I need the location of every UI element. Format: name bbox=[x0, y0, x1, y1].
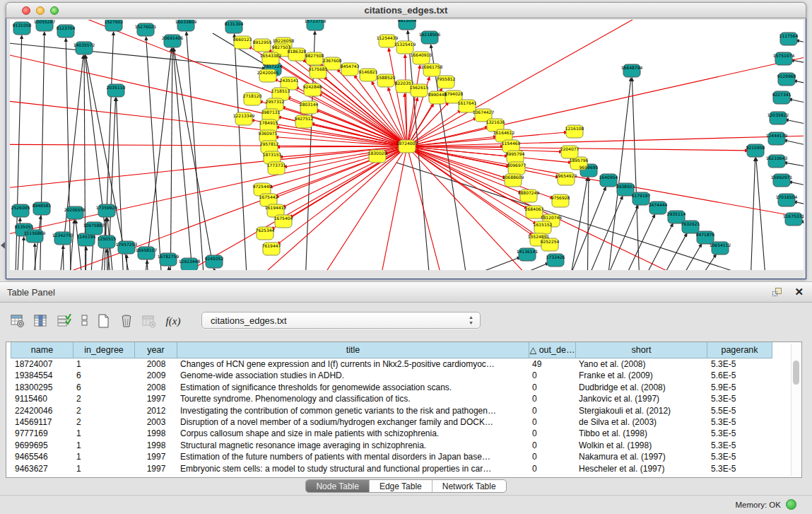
graph-node-label: 1718513 bbox=[271, 88, 290, 93]
import-table-icon-disabled bbox=[140, 310, 158, 332]
graph-node-label: 19218506 bbox=[419, 32, 441, 37]
column-header-3[interactable]: title bbox=[177, 342, 529, 358]
cell: 6 bbox=[73, 370, 135, 381]
combo-arrows-icon: ▲▼ bbox=[469, 315, 473, 326]
graph-node-label: 8186328 bbox=[288, 49, 307, 54]
table-row[interactable]: 977716911998Corpus callosum shape and si… bbox=[6, 428, 791, 439]
cell: Changes of HCN gene expression and I(f) … bbox=[177, 358, 529, 370]
collapse-panel-arrow-icon[interactable] bbox=[1, 242, 5, 249]
select-rows-icon[interactable] bbox=[55, 310, 73, 332]
graph-node-label: 16958107 bbox=[136, 247, 158, 252]
graph-node-label: 1145194 bbox=[77, 234, 96, 239]
graph-node-label: 16543382 bbox=[260, 53, 282, 58]
graph-node-label: 1588520 bbox=[377, 75, 396, 80]
tab-network-table[interactable]: Network Table bbox=[433, 480, 506, 492]
graph-node-label: 1675404 bbox=[274, 216, 293, 221]
cell: 6 bbox=[73, 382, 135, 393]
graph-node-label: 1617641 bbox=[458, 100, 477, 105]
show-columns-icon[interactable] bbox=[32, 310, 50, 332]
edge-arrowhead bbox=[61, 245, 65, 249]
graph-node-label: 1117564 bbox=[779, 33, 799, 38]
cell: 1997 bbox=[135, 393, 177, 404]
graph-node-label: 8471876 bbox=[696, 232, 715, 237]
graph-edge bbox=[786, 119, 804, 133]
tab-node-table[interactable]: Node Table bbox=[306, 480, 370, 492]
graph-node-label: 3474444 bbox=[649, 202, 668, 207]
cell: Jankovic et al. (1997) bbox=[576, 393, 707, 404]
graph-node-label: 9245052 bbox=[205, 256, 224, 261]
graph-node-label: 9699695 bbox=[579, 165, 599, 170]
table-row[interactable]: 946362711997Embryonic stem cells: a mode… bbox=[6, 463, 791, 474]
graph-node-label: 9252254 bbox=[541, 239, 560, 244]
graph-edge bbox=[794, 81, 804, 92]
table-row[interactable]: 969969511998Structural magnetic resonanc… bbox=[6, 440, 791, 451]
graph-edge bbox=[666, 244, 701, 270]
close-panel-icon[interactable]: ✕ bbox=[794, 286, 804, 298]
scrollbar-thumb[interactable] bbox=[793, 361, 799, 385]
table-mode-icon[interactable] bbox=[8, 310, 27, 332]
cell: 2009 bbox=[135, 370, 177, 381]
column-header-0[interactable]: name bbox=[11, 342, 73, 358]
delete-trash-icon[interactable] bbox=[117, 310, 136, 332]
cell: Structural magnetic resonance image aver… bbox=[177, 440, 529, 451]
graph-node-label: 7632621 bbox=[681, 221, 700, 226]
cell: 5.3E-5 bbox=[707, 358, 772, 370]
column-header-1[interactable]: in_degree bbox=[73, 342, 135, 358]
cell: 0 bbox=[529, 440, 576, 451]
table-source-select[interactable]: citations_edges.txt ▲▼ bbox=[201, 312, 481, 329]
float-panel-icon[interactable] bbox=[772, 287, 784, 298]
status-bar: Memory: OK bbox=[0, 495, 812, 514]
tab-edge-table[interactable]: Edge Table bbox=[370, 480, 433, 492]
graph-node-label: 16164612 bbox=[493, 130, 515, 135]
table-row[interactable]: 2242004622012Investigating the contribut… bbox=[6, 405, 791, 416]
graph-node-label: 1216108 bbox=[565, 126, 584, 131]
graph-node-label: 10975887 bbox=[83, 223, 105, 228]
column-header-6[interactable]: pagerank bbox=[707, 342, 772, 358]
table-row[interactable]: 946554611997Estimation of the future num… bbox=[6, 451, 791, 462]
row-height-icon[interactable] bbox=[76, 310, 95, 332]
cell: 1 bbox=[73, 358, 135, 370]
graph-node-label: 18226058 bbox=[273, 38, 295, 43]
network-view-window: citations_edges.txt 18724007913105810055… bbox=[6, 2, 806, 279]
graph-node-label: 19654923 bbox=[555, 173, 577, 178]
network-canvas[interactable]: 1872400791310581005528781237041403557215… bbox=[10, 20, 804, 270]
column-header-2[interactable]: year bbox=[135, 342, 177, 358]
memory-status-indicator[interactable] bbox=[786, 499, 796, 510]
column-header-5[interactable]: short bbox=[576, 342, 707, 358]
graph-node-label: 2803144 bbox=[300, 102, 319, 107]
graph-node-label: 7857224 bbox=[264, 64, 283, 69]
cell: 0 bbox=[529, 382, 576, 393]
function-builder-icon[interactable]: f(x) bbox=[164, 310, 182, 332]
graph-node-label: 20206556 bbox=[64, 207, 86, 212]
graph-edge bbox=[407, 146, 804, 270]
table-vertical-scrollbar[interactable] bbox=[791, 344, 800, 476]
graph-node-label: 18120746 bbox=[541, 215, 563, 220]
graph-node-label: 12035822 bbox=[767, 112, 789, 117]
graph-node-label: 16210643 bbox=[766, 156, 788, 160]
cell: Hescheler et al. (1997) bbox=[576, 463, 707, 474]
graph-node-label: 8995794 bbox=[506, 151, 525, 156]
new-document-icon[interactable] bbox=[95, 310, 113, 332]
graph-node-label: 1830029 bbox=[368, 151, 387, 156]
table-row[interactable]: 1456911722003Disruption of a novel membe… bbox=[6, 416, 791, 428]
table-row[interactable]: 1830029562008Estimation of significance … bbox=[6, 382, 791, 393]
table-row[interactable]: 1872400712008Changes of HCN gene express… bbox=[6, 358, 791, 370]
cell: Wolkin et al. (1998) bbox=[576, 440, 707, 451]
node-table: namein_degreeyeartitle△ out_de…shortpage… bbox=[6, 341, 802, 478]
cell: 0 bbox=[529, 451, 576, 462]
edge-arrowhead bbox=[33, 243, 37, 247]
graph-node-label: 9360971 bbox=[259, 131, 278, 136]
window-titlebar[interactable]: citations_edges.txt bbox=[6, 2, 806, 18]
table-row[interactable]: 911546021997Tourette syndrome. Phenomeno… bbox=[6, 393, 791, 404]
graph-node-label: 8215958 bbox=[746, 145, 765, 150]
graph-edge bbox=[146, 37, 163, 270]
graph-node-label: 6794028 bbox=[445, 91, 464, 96]
graph-node-label: 9725440 bbox=[253, 184, 272, 189]
table-row[interactable]: 1938455462009Genome-wide association stu… bbox=[6, 370, 791, 381]
column-header-4[interactable]: △ out_de… bbox=[529, 342, 576, 358]
graph-node-label: 6179197 bbox=[632, 193, 651, 198]
graph-node-label: 12213349 bbox=[233, 113, 255, 118]
cell: Estimation of significance thresholds fo… bbox=[177, 382, 529, 393]
graph-node-label: 2718120 bbox=[243, 93, 262, 98]
edge-arrowhead bbox=[112, 31, 115, 35]
